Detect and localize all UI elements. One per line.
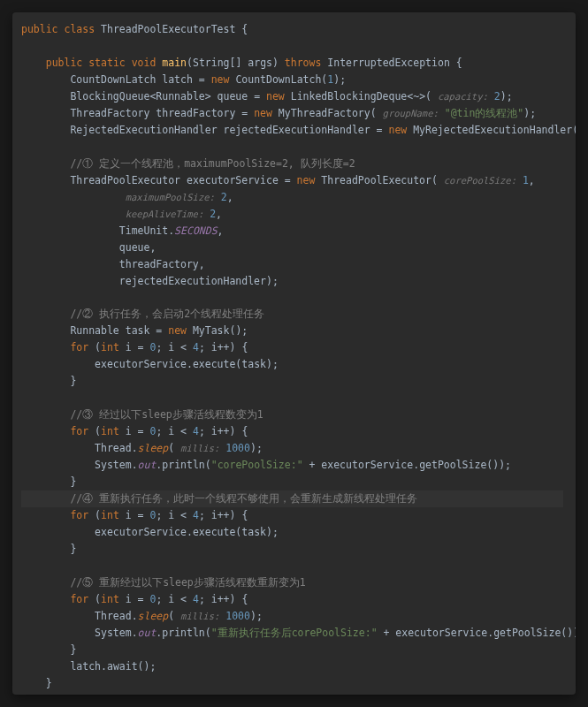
code-comment: //⑤ 重新经过以下sleep步骤活线程数重新变为1 — [21, 574, 563, 591]
code-comment: //① 定义一个线程池，maximumPoolSize=2, 队列长度=2 — [21, 156, 563, 172]
code-line: ThreadFactory threadFactory = new MyThre… — [21, 105, 563, 122]
code-line: executorService.execute(task); — [21, 524, 563, 541]
code-line: public static void main(String[] args) t… — [21, 55, 563, 72]
code-comment: //④ 重新执行任务，此时一个线程不够使用，会重新生成新线程处理任务 — [21, 490, 563, 507]
code-line: } — [21, 373, 563, 390]
code-line: for (int i = 0; i < 4; i++) { — [21, 591, 563, 608]
code-line: RejectedExecutionHandler rejectedExecuti… — [21, 122, 563, 139]
code-line: for (int i = 0; i < 4; i++) { — [21, 423, 563, 440]
code-line: } — [21, 642, 563, 658]
code-line: threadFactory, — [21, 256, 563, 273]
code-line: System.out.println("重新执行任务后corePoolSize:… — [21, 625, 563, 642]
code-line: keepAliveTime: 2, — [21, 206, 563, 223]
code-line: } — [21, 474, 563, 490]
code-line: rejectedExecutionHandler); — [21, 273, 563, 290]
code-line: queue, — [21, 239, 563, 256]
code-line: latch.await(); — [21, 658, 563, 675]
code-line: } — [21, 541, 563, 558]
code-line: BlockingQueue<Runnable> queue = new Link… — [21, 88, 563, 105]
code-line: CountDownLatch latch = new CountDownLatc… — [21, 72, 563, 88]
code-line — [21, 38, 563, 55]
code-line: for (int i = 0; i < 4; i++) { — [21, 339, 563, 356]
code-line: } — [21, 692, 563, 695]
code-editor[interactable]: public class ThreadPoolExecutorTest { pu… — [12, 12, 576, 695]
code-line — [21, 558, 563, 574]
code-line: } — [21, 675, 563, 692]
code-line — [21, 290, 563, 307]
code-line — [21, 390, 563, 407]
code-line: Runnable task = new MyTask(); — [21, 323, 563, 339]
code-line — [21, 139, 563, 156]
code-line: for (int i = 0; i < 4; i++) { — [21, 507, 563, 524]
code-line: System.out.println("corePoolSize:" + exe… — [21, 457, 563, 474]
code-line: Thread.sleep( millis: 1000); — [21, 608, 563, 625]
code-line: TimeUnit.SECONDS, — [21, 223, 563, 239]
code-line: ThreadPoolExecutor executorService = new… — [21, 172, 563, 189]
code-line: Thread.sleep( millis: 1000); — [21, 440, 563, 457]
code-comment: //③ 经过以下sleep步骤活线程数变为1 — [21, 407, 563, 423]
code-comment: //② 执行任务，会启动2个线程处理任务 — [21, 306, 563, 323]
code-line: executorService.execute(task); — [21, 356, 563, 373]
code-line: public class ThreadPoolExecutorTest { — [21, 21, 563, 38]
code-line: maximumPoolSize: 2, — [21, 189, 563, 206]
